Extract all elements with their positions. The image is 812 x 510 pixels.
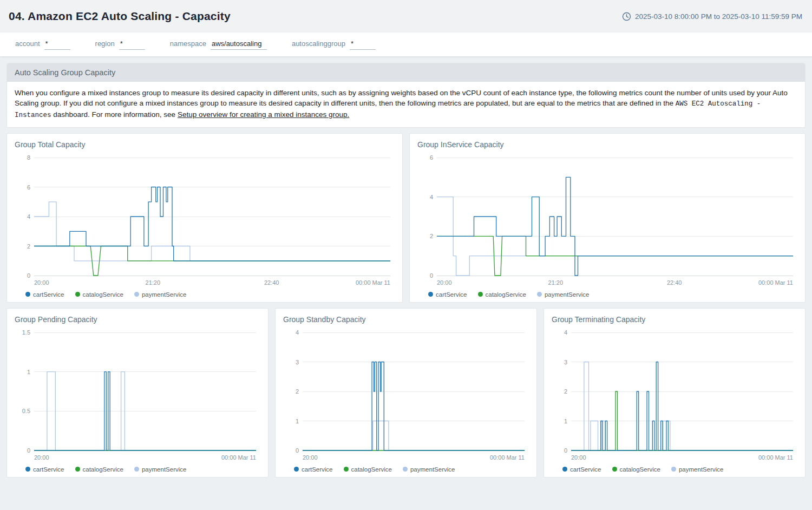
legend-item-paymentService[interactable]: paymentService	[403, 466, 455, 473]
chart-group-terminating-capacity[interactable]: 0123420:0000:00 Mar 11	[552, 327, 797, 463]
svg-text:0: 0	[27, 447, 30, 454]
svg-text:4: 4	[430, 193, 433, 200]
time-range-label: 2025-03-10 8:00:00 PM to 2025-03-10 11:5…	[635, 12, 802, 21]
legend-dot	[562, 467, 567, 472]
legend-dot	[134, 292, 139, 297]
legend-item-catalogService[interactable]: catalogService	[75, 291, 123, 298]
svg-text:00:00 Mar 11: 00:00 Mar 11	[758, 279, 793, 286]
section-header: Auto Scaling Group Capacity	[7, 63, 805, 82]
panel-group-standby-capacity: Group Standby Capacity 0123420:0000:00 M…	[275, 308, 537, 478]
legend-label: catalogService	[83, 466, 123, 473]
filter-autoscalinggroup-input[interactable]: *	[350, 40, 376, 50]
legend-item-cartService[interactable]: cartService	[25, 466, 64, 473]
panel-group-terminating-capacity: Group Terminating Capacity 0123420:0000:…	[543, 308, 806, 478]
svg-text:2: 2	[27, 243, 30, 249]
svg-text:20:00: 20:00	[303, 454, 318, 461]
chart-title: Group Total Capacity	[15, 140, 395, 149]
filter-label: namespace	[170, 40, 206, 48]
svg-text:22:40: 22:40	[264, 279, 279, 286]
legend-dot	[428, 292, 433, 297]
legend-label: cartService	[436, 291, 467, 298]
legend-item-paymentService[interactable]: paymentService	[134, 291, 186, 298]
svg-text:20:00: 20:00	[437, 279, 452, 286]
svg-text:21:20: 21:20	[146, 279, 161, 286]
svg-text:3: 3	[296, 358, 299, 365]
chart-group-standby-capacity[interactable]: 0123420:0000:00 Mar 11	[283, 327, 529, 463]
svg-text:21:20: 21:20	[548, 279, 564, 286]
description-part-2: dashboard. For more information, see	[51, 110, 178, 119]
chart-group-total-capacity[interactable]: 0246820:0021:2022:4000:00 Mar 11	[15, 152, 395, 289]
svg-text:1: 1	[564, 417, 567, 424]
description-part-1: When you configure a mixed instances gro…	[15, 89, 788, 107]
legend-dot	[478, 292, 483, 297]
chart-title: Group InService Capacity	[417, 140, 797, 149]
legend-dot	[403, 467, 408, 472]
legend-item-paymentService[interactable]: paymentService	[671, 466, 723, 473]
legend-item-catalogService[interactable]: catalogService	[344, 466, 392, 473]
filter-account-input[interactable]: *	[44, 40, 70, 50]
legend-item-paymentService[interactable]: paymentService	[134, 466, 186, 473]
legend-label: catalogService	[620, 466, 660, 473]
legend-dot	[75, 292, 80, 297]
legend-dot	[294, 467, 299, 472]
legend-item-cartService[interactable]: cartService	[562, 466, 601, 473]
setup-overview-link[interactable]: Setup overview for creating a mixed inst…	[178, 110, 349, 119]
svg-text:0: 0	[296, 447, 299, 454]
svg-text:1: 1	[296, 417, 299, 424]
svg-text:3: 3	[564, 358, 567, 365]
chart-legend: cartService catalogService paymentServic…	[283, 466, 529, 473]
dashboard-content: Auto Scaling Group Capacity When you con…	[0, 56, 812, 484]
legend-item-cartService[interactable]: cartService	[428, 291, 467, 298]
filter-region-input[interactable]: *	[119, 40, 145, 50]
filter-bar: account * region * namespace aws/autosca…	[0, 32, 812, 56]
legend-label: paymentService	[410, 466, 455, 473]
legend-item-cartService[interactable]: cartService	[294, 466, 333, 473]
legend-item-catalogService[interactable]: catalogService	[612, 466, 660, 473]
chart-legend: cartService catalogService paymentServic…	[15, 466, 260, 473]
svg-text:0: 0	[564, 447, 567, 454]
chart-legend: cartService catalogService paymentServic…	[15, 291, 395, 298]
filter-namespace: namespace aws/autoscaling	[170, 40, 267, 50]
svg-text:20:00: 20:00	[34, 454, 49, 461]
panel-group-total-capacity: Group Total Capacity 0246820:0021:2022:4…	[6, 133, 403, 303]
info-panel: Auto Scaling Group Capacity When you con…	[6, 63, 806, 128]
svg-text:0: 0	[430, 272, 433, 279]
chart-group-pending-capacity[interactable]: 00.511.520:0000:00 Mar 11	[15, 327, 260, 463]
chart-title: Group Pending Capacity	[15, 315, 260, 324]
legend-label: cartService	[302, 466, 333, 473]
legend-dot	[671, 467, 676, 472]
legend-label: cartService	[33, 291, 64, 298]
legend-label: catalogService	[486, 291, 526, 298]
chart-group-inservice-capacity[interactable]: 024620:0021:2022:4000:00 Mar 11	[417, 152, 797, 289]
filter-autoscalinggroup: autoscalinggroup *	[292, 40, 376, 50]
filter-label: autoscalinggroup	[292, 40, 345, 48]
legend-label: paymentService	[545, 291, 589, 298]
svg-text:1: 1	[27, 368, 30, 375]
legend-dot	[25, 292, 30, 297]
legend-item-paymentService[interactable]: paymentService	[537, 291, 589, 298]
svg-text:2: 2	[430, 233, 433, 239]
svg-text:00:00 Mar 11: 00:00 Mar 11	[758, 454, 793, 461]
chart-legend: cartService catalogService paymentServic…	[552, 466, 797, 473]
svg-text:00:00 Mar 11: 00:00 Mar 11	[490, 454, 525, 461]
charts-row-bottom: Group Pending Capacity 00.511.520:0000:0…	[6, 308, 806, 478]
legend-dot	[537, 292, 542, 297]
dashboard-header: 04. Amazon EC2 Auto Scaling - Capacity 2…	[0, 0, 812, 32]
svg-text:6: 6	[27, 184, 30, 190]
clock-icon	[622, 12, 631, 21]
time-range-control[interactable]: 2025-03-10 8:00:00 PM to 2025-03-10 11:5…	[622, 12, 802, 21]
chart-title: Group Terminating Capacity	[552, 315, 797, 324]
legend-label: catalogService	[351, 466, 392, 473]
svg-text:4: 4	[296, 329, 299, 336]
legend-item-catalogService[interactable]: catalogService	[75, 466, 123, 473]
svg-text:2: 2	[564, 388, 567, 395]
legend-item-cartService[interactable]: cartService	[25, 291, 64, 298]
filter-namespace-input[interactable]: aws/autoscaling	[211, 40, 267, 50]
description-text: When you configure a mixed instances gro…	[7, 82, 805, 127]
charts-row-top: Group Total Capacity 0246820:0021:2022:4…	[6, 133, 806, 303]
svg-text:4: 4	[564, 329, 567, 336]
svg-text:0: 0	[27, 272, 30, 279]
legend-item-catalogService[interactable]: catalogService	[478, 291, 526, 298]
legend-label: catalogService	[83, 291, 123, 298]
svg-text:22:40: 22:40	[667, 279, 682, 286]
